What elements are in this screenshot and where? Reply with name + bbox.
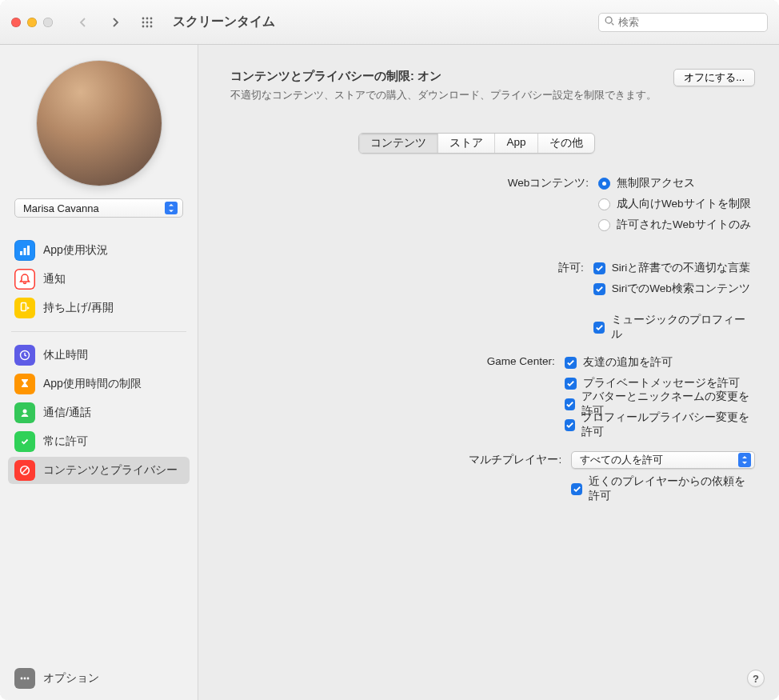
sidebar-item-downtime[interactable]: 休止時間 xyxy=(8,342,190,369)
sidebar-item-app-limits[interactable]: App使用時間の制限 xyxy=(8,370,190,398)
tabs-segmented-control: コンテンツ ストア App その他 xyxy=(358,133,594,154)
window-toolbar: スクリーンタイム xyxy=(0,0,779,45)
check-gc-profile-privacy[interactable]: プロフィールプライバシー変更を許可 xyxy=(565,416,755,434)
radio-web-unlimited[interactable]: 無制限アクセス xyxy=(598,174,751,192)
dropdown-icon xyxy=(738,453,751,467)
search-input[interactable] xyxy=(618,16,762,28)
forward-button[interactable] xyxy=(102,12,128,33)
game-center-label: Game Center: xyxy=(198,354,565,367)
zoom-window-button[interactable] xyxy=(43,18,53,27)
sidebar-item-label: 通信/通話 xyxy=(43,406,91,420)
svg-point-18 xyxy=(24,678,26,680)
web-content-label: Webコンテンツ: xyxy=(198,174,598,190)
multiplayer-label: マルチプレイヤー: xyxy=(198,451,571,467)
svg-rect-10 xyxy=(20,251,22,255)
dropdown-icon xyxy=(165,202,178,214)
sidebar-item-label: オプション xyxy=(43,671,99,686)
check-gc-add-friends[interactable]: 友達の追加を許可 xyxy=(565,354,755,371)
pickup-icon xyxy=(14,298,35,318)
ellipsis-icon xyxy=(14,668,35,689)
check-siri-web-search[interactable]: SiriでのWeb検索コンテンツ xyxy=(593,280,755,298)
svg-point-8 xyxy=(150,25,153,27)
window-title: スクリーンタイム xyxy=(173,14,275,30)
svg-point-5 xyxy=(150,21,153,23)
tab-content[interactable]: コンテンツ xyxy=(359,134,438,153)
sidebar-item-always-allowed[interactable]: 常に許可 xyxy=(8,428,190,455)
sidebar: Marisa Cavanna App使用状況 通知 持ち上げ/再開 xyxy=(0,45,198,700)
user-avatar xyxy=(37,61,162,186)
contact-icon xyxy=(14,402,35,423)
svg-point-2 xyxy=(150,17,153,19)
svg-point-15 xyxy=(23,410,27,414)
multiplayer-select[interactable]: すべての人を許可 xyxy=(571,451,755,469)
svg-rect-12 xyxy=(27,246,30,255)
svg-point-1 xyxy=(146,17,149,19)
sidebar-item-pickups[interactable]: 持ち上げ/再開 xyxy=(8,294,190,322)
close-window-button[interactable] xyxy=(11,18,21,27)
minimize-window-button[interactable] xyxy=(27,18,37,27)
no-entry-icon xyxy=(14,460,35,481)
turn-off-button[interactable]: オフにする... xyxy=(673,69,755,86)
sidebar-item-notifications[interactable]: 通知 xyxy=(8,266,190,293)
radio-web-allowed-only[interactable]: 許可されたWebサイトのみ xyxy=(598,216,751,234)
show-all-button[interactable] xyxy=(134,12,160,33)
sidebar-item-content-privacy[interactable]: コンテンツとプライバシー xyxy=(8,457,190,484)
svg-point-4 xyxy=(146,21,149,23)
search-icon xyxy=(604,15,615,29)
sidebar-item-label: App使用状況 xyxy=(43,243,108,258)
svg-point-9 xyxy=(605,17,612,23)
svg-rect-11 xyxy=(24,248,26,255)
help-button[interactable]: ? xyxy=(747,670,765,687)
sidebar-item-label: コンテンツとプライバシー xyxy=(43,463,178,478)
user-select[interactable]: Marisa Cavanna xyxy=(14,198,183,218)
sidebar-item-label: 持ち上げ/再開 xyxy=(43,301,114,315)
svg-point-6 xyxy=(142,25,145,27)
search-field[interactable] xyxy=(598,13,768,32)
radio-web-limit-adult[interactable]: 成人向けWebサイトを制限 xyxy=(598,195,751,213)
check-shield-icon xyxy=(14,431,35,452)
check-siri-explicit[interactable]: Siriと辞書での不適切な言葉 xyxy=(593,259,755,277)
tab-store[interactable]: ストア xyxy=(438,134,495,153)
tab-app[interactable]: App xyxy=(495,134,537,153)
svg-point-3 xyxy=(142,21,145,23)
sidebar-item-app-usage[interactable]: App使用状況 xyxy=(8,237,190,264)
svg-point-0 xyxy=(142,17,145,19)
allow-label: 許可: xyxy=(198,259,593,275)
sidebar-item-label: 休止時間 xyxy=(43,348,88,362)
sidebar-item-communication[interactable]: 通信/通話 xyxy=(8,399,190,426)
check-music-profile[interactable]: ミュージックのプロフィール xyxy=(593,318,755,336)
sidebar-divider xyxy=(11,331,186,332)
settings-form: Webコンテンツ: 無制限アクセス 成人向けWebサイトを制限 許可されたWeb… xyxy=(198,174,755,498)
hourglass-icon xyxy=(14,374,35,394)
sidebar-nav: App使用状況 通知 持ち上げ/再開 休止時間 App使用時間の制 xyxy=(8,237,190,484)
svg-point-19 xyxy=(27,678,30,680)
svg-point-7 xyxy=(146,25,149,27)
content-title: コンテンツとプライバシーの制限: オン xyxy=(230,69,673,84)
user-name: Marisa Cavanna xyxy=(23,202,99,214)
svg-point-17 xyxy=(21,678,23,680)
chart-icon xyxy=(14,240,35,261)
check-nearby-multiplayer[interactable]: 近くのプレイヤーからの依頼を許可 xyxy=(571,480,755,498)
sidebar-item-label: App使用時間の制限 xyxy=(43,377,142,391)
sidebar-item-label: 通知 xyxy=(43,272,66,286)
sidebar-item-label: 常に許可 xyxy=(43,434,88,449)
bell-icon xyxy=(14,269,35,290)
content-subtitle: 不適切なコンテンツ、ストアでの購入、ダウンロード、プライバシー設定を制限できます… xyxy=(230,89,673,102)
window-controls xyxy=(11,18,53,27)
back-button[interactable] xyxy=(70,12,96,33)
sidebar-item-options[interactable]: オプション xyxy=(8,665,190,692)
svg-rect-13 xyxy=(22,303,26,311)
tab-other[interactable]: その他 xyxy=(538,134,594,153)
clock-icon xyxy=(14,345,35,366)
content-pane: コンテンツとプライバシーの制限: オン 不適切なコンテンツ、ストアでの購入、ダウ… xyxy=(198,45,779,700)
